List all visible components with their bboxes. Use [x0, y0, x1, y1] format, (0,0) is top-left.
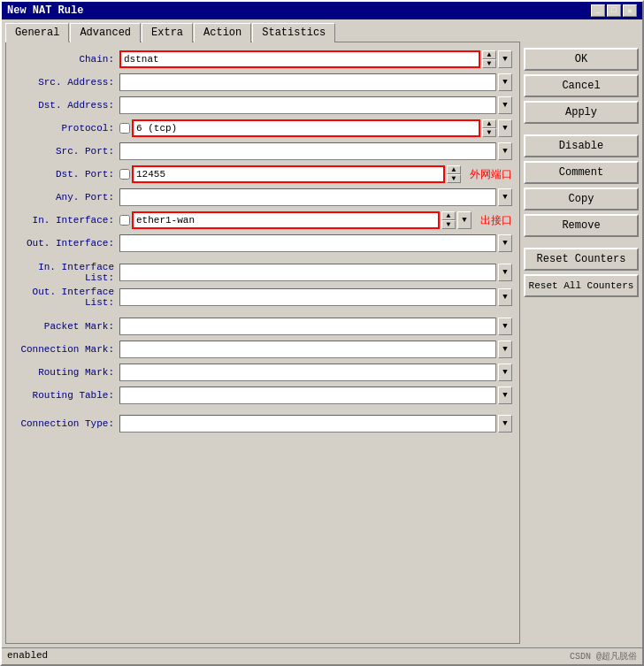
- in-interface-checkbox[interactable]: [119, 215, 130, 226]
- status-text: enabled: [7, 650, 48, 662]
- reset-all-counters-button[interactable]: Reset All Counters: [524, 274, 639, 297]
- dst-address-input[interactable]: [119, 96, 496, 114]
- disable-button[interactable]: Disable: [524, 134, 639, 157]
- routing-mark-row: Routing Mark: ▼: [13, 363, 512, 382]
- connection-type-label: Connection Type:: [13, 418, 119, 429]
- connection-type-input[interactable]: [119, 415, 496, 433]
- packet-mark-dropdown[interactable]: ▼: [498, 318, 512, 335]
- out-interface-input[interactable]: [119, 234, 496, 252]
- dst-address-row: Dst. Address: ▼: [13, 96, 512, 115]
- routing-mark-dropdown[interactable]: ▼: [498, 364, 512, 381]
- out-interface-list-dropdown[interactable]: ▼: [498, 288, 512, 306]
- dst-port-wrap: ▲ ▼ 外网端口: [119, 165, 512, 183]
- protocol-label: Protocol:: [13, 123, 119, 134]
- remove-button[interactable]: Remove: [524, 214, 639, 237]
- title-bar-buttons: _ □ ✕: [591, 4, 637, 17]
- connection-mark-dropdown[interactable]: ▼: [498, 341, 512, 358]
- out-interface-dropdown[interactable]: ▼: [498, 234, 512, 252]
- connection-type-dropdown[interactable]: ▼: [498, 415, 512, 433]
- cancel-button[interactable]: Cancel: [524, 74, 639, 97]
- minimize-button[interactable]: _: [591, 4, 605, 17]
- protocol-checkbox[interactable]: [119, 123, 130, 134]
- protocol-input[interactable]: [132, 119, 480, 137]
- dst-port-checkbox[interactable]: [119, 169, 130, 180]
- in-interface-scroll-down[interactable]: ▼: [441, 220, 456, 229]
- chain-scroll: ▲ ▼: [482, 50, 496, 68]
- packet-mark-input[interactable]: [119, 318, 496, 335]
- in-interface-list-dropdown[interactable]: ▼: [498, 264, 512, 281]
- close-button[interactable]: ✕: [623, 4, 637, 17]
- in-interface-row: In. Interface: ▲ ▼ ▼ 出接口: [13, 211, 512, 230]
- chain-scroll-down[interactable]: ▼: [482, 59, 496, 68]
- any-port-dropdown[interactable]: ▼: [498, 188, 512, 206]
- src-address-row: Src. Address: ▼: [13, 73, 512, 92]
- routing-table-label: Routing Table:: [13, 390, 119, 401]
- src-address-input[interactable]: [119, 73, 496, 91]
- comment-button[interactable]: Comment: [524, 161, 639, 184]
- src-address-wrap: ▼: [119, 73, 512, 91]
- tab-general[interactable]: General: [5, 23, 69, 42]
- routing-mark-input[interactable]: [119, 364, 496, 381]
- src-port-dropdown[interactable]: ▼: [498, 142, 512, 160]
- in-interface-list-label: In. Interface List:: [13, 262, 119, 283]
- tab-extra[interactable]: Extra: [142, 23, 193, 42]
- in-interface-input[interactable]: [132, 211, 440, 229]
- src-address-label: Src. Address:: [13, 77, 119, 88]
- in-interface-annotation: 出接口: [480, 213, 512, 228]
- connection-type-wrap: ▼: [119, 415, 512, 433]
- dst-port-scroll-up[interactable]: ▲: [447, 165, 461, 174]
- dst-port-input[interactable]: [132, 165, 445, 183]
- dst-address-dropdown[interactable]: ▼: [498, 96, 512, 114]
- connection-mark-wrap: ▼: [119, 341, 512, 358]
- chain-dropdown-btn[interactable]: ▼: [498, 50, 512, 68]
- ok-button[interactable]: OK: [524, 48, 639, 71]
- tab-advanced[interactable]: Advanced: [70, 23, 141, 42]
- maximize-button[interactable]: □: [607, 4, 621, 17]
- tab-statistics[interactable]: Statistics: [252, 23, 335, 42]
- routing-mark-wrap: ▼: [119, 364, 512, 381]
- watermark: CSDN @超凡脱俗: [570, 650, 637, 662]
- src-port-input[interactable]: [119, 142, 496, 160]
- protocol-dropdown[interactable]: ▼: [498, 119, 512, 137]
- status-bar: enabled CSDN @超凡脱俗: [2, 647, 642, 664]
- dst-port-row: Dst. Port: ▲ ▼ 外网端口: [13, 165, 512, 184]
- protocol-scroll-down[interactable]: ▼: [482, 128, 496, 137]
- out-interface-wrap: ▼: [119, 234, 512, 252]
- protocol-scroll-up[interactable]: ▲: [482, 119, 496, 128]
- tab-action[interactable]: Action: [194, 23, 251, 42]
- src-address-dropdown[interactable]: ▼: [498, 73, 512, 91]
- in-interface-scroll-up[interactable]: ▲: [441, 211, 456, 220]
- in-interface-scroll: ▲ ▼: [441, 211, 456, 229]
- any-port-row: Any. Port: ▼: [13, 188, 512, 207]
- apply-button[interactable]: Apply: [524, 101, 639, 124]
- chain-input[interactable]: [119, 50, 480, 68]
- chain-scroll-up[interactable]: ▲: [482, 50, 496, 59]
- any-port-input[interactable]: [119, 188, 496, 206]
- window: New NAT Rule _ □ ✕ General Advanced Extr…: [0, 0, 644, 666]
- connection-type-row: Connection Type: ▼: [13, 414, 512, 433]
- src-port-wrap: ▼: [119, 142, 512, 160]
- packet-mark-row: Packet Mark: ▼: [13, 317, 512, 336]
- dst-port-scroll: ▲ ▼: [447, 165, 461, 183]
- out-interface-list-input[interactable]: [119, 288, 496, 306]
- separator-1: [524, 127, 639, 131]
- connection-mark-input[interactable]: [119, 341, 496, 358]
- protocol-row: Protocol: ▲ ▼ ▼: [13, 119, 512, 138]
- dst-port-annotation: 外网端口: [470, 167, 512, 182]
- any-port-label: Any. Port:: [13, 192, 119, 203]
- window-title: New NAT Rule: [7, 4, 83, 17]
- reset-counters-button[interactable]: Reset Counters: [524, 248, 639, 271]
- in-interface-list-input[interactable]: [119, 264, 496, 281]
- packet-mark-wrap: ▼: [119, 318, 512, 335]
- connection-mark-row: Connection Mark: ▼: [13, 340, 512, 359]
- dst-address-wrap: ▼: [119, 96, 512, 114]
- in-interface-dropdown[interactable]: ▼: [457, 211, 472, 229]
- routing-table-row: Routing Table: ▼: [13, 386, 512, 405]
- routing-table-dropdown[interactable]: ▼: [498, 387, 512, 404]
- protocol-scroll: ▲ ▼: [482, 119, 496, 137]
- routing-table-input[interactable]: [119, 387, 496, 404]
- protocol-wrap: ▲ ▼ ▼: [119, 119, 512, 137]
- out-interface-list-wrap: ▼: [119, 288, 512, 306]
- copy-button[interactable]: Copy: [524, 188, 639, 211]
- dst-port-scroll-down[interactable]: ▼: [447, 174, 461, 183]
